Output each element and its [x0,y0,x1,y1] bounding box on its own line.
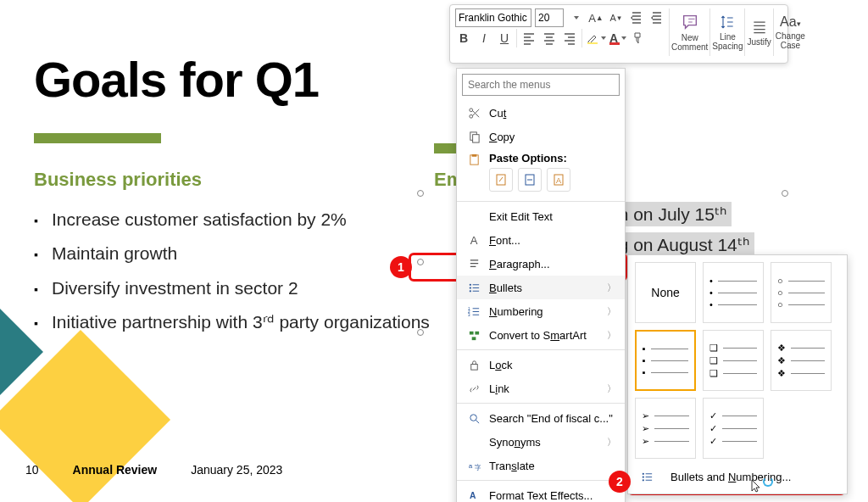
line-spacing-button[interactable]: Line Spacing [709,8,744,56]
shrink-font-button[interactable]: A▼ [608,8,625,27]
bullet-option-circle[interactable]: ○ ○ ○ [771,262,832,323]
menu-item-cut[interactable]: Cut [457,101,625,125]
highlight-color-button[interactable] [586,29,606,47]
page-number: 10 [25,463,39,477]
svg-point-12 [469,287,470,288]
decrease-indent-button[interactable] [628,8,645,27]
font-name-select[interactable] [455,8,531,27]
bullets-icon [638,471,655,483]
list-item[interactable]: Maintain growth [34,242,434,265]
selected-text-line[interactable]: ng on August 14ᵗʰ [604,232,754,257]
svg-rect-4 [472,134,479,142]
bullet-option-check[interactable]: ✓ ✓ ✓ [703,398,764,459]
footer-annual-review: Annual Review [73,463,158,477]
list-item[interactable]: Diversify investment in sector 2 [34,276,434,300]
tutorial-badge-1: 1 [390,256,412,278]
mini-toolbar: A▲ A▼ B I U A New Comment [449,4,788,64]
bullet-option-square-filled[interactable]: ▪ ▪ ▪ [635,330,696,391]
tutorial-badge-2: 2 [609,471,631,493]
bullets-gallery: None • • • ○ ○ ○ ▪ ▪ ▪ ❑ ❑ ❑ ❖ ❖ ❖ ➢ [627,254,848,494]
font-color-button[interactable]: A [609,29,626,47]
menu-item-copy[interactable]: Copy [457,125,625,148]
justify-button[interactable]: Justify [744,8,772,56]
selection-handle[interactable] [417,329,424,336]
svg-point-13 [469,290,470,292]
svg-text:A: A [556,176,561,185]
menu-item-paragraph[interactable]: Paragraph... [457,252,625,276]
list-item[interactable]: Initiative partnership with 3ʳᵈ party or… [34,310,434,334]
bullet-option-diamond[interactable]: ❖ ❖ ❖ [771,330,832,391]
italic-button[interactable]: I [476,29,492,47]
menu-item-font[interactable]: AFont... [457,228,625,252]
bullets-icon [465,282,482,294]
bullet-option-disc[interactable]: • • • [703,262,764,323]
selection-handle[interactable] [417,190,424,197]
selection-handle[interactable] [782,190,788,197]
chevron-right-icon: 〉 [607,329,616,342]
footer-date: January 25, 2023 [191,463,282,477]
bullet-option-arrow[interactable]: ➢ ➢ ➢ [635,398,696,459]
chevron-right-icon: 〉 [607,305,616,318]
grow-font-button[interactable]: A▲ [587,8,604,27]
svg-rect-0 [587,42,598,44]
chevron-right-icon: 〉 [607,282,616,294]
svg-point-21 [470,414,476,421]
svg-text:3: 3 [468,313,470,317]
svg-point-1 [469,114,472,118]
underline-button[interactable]: U [496,29,513,47]
left-bullet-list[interactable]: Increase customer satisfaction by 2% Mai… [34,208,434,334]
left-column-heading: Business priorities [34,169,434,191]
svg-rect-6 [471,154,476,157]
font-size-select[interactable] [535,8,564,27]
paste-option-keep-source[interactable] [489,168,513,192]
paragraph-icon [465,258,482,271]
change-case-button[interactable]: Aa▾ Change Case [773,8,807,56]
align-right-button[interactable] [561,29,578,47]
menu-item-bullets[interactable]: Bullets 〉 [457,276,625,299]
svg-point-29 [642,479,643,481]
bullets-and-numbering-button[interactable]: Bullets and Numbering... [635,466,840,487]
bold-button[interactable]: B [455,29,472,47]
increase-indent-button[interactable] [648,8,665,27]
paste-option-text-only[interactable]: A [547,168,570,192]
svg-point-2 [469,108,472,111]
align-left-button[interactable] [520,29,537,47]
link-icon [465,382,482,395]
text-effects-icon: A [465,489,482,502]
bullet-option-none[interactable]: None [635,262,696,323]
new-comment-button[interactable]: New Comment [669,8,709,56]
menu-item-search[interactable]: Search "End of fiscal c..." [457,406,625,430]
svg-rect-19 [471,337,476,340]
chevron-right-icon: 〉 [607,382,616,395]
menu-item-exit-edit-text[interactable]: Exit Edit Text [457,204,625,228]
paste-option-merge[interactable] [518,168,542,192]
svg-text:字: 字 [474,463,481,471]
selection-handle[interactable] [417,259,424,265]
menu-item-link[interactable]: Link〉 [457,376,625,400]
svg-text:a: a [468,462,472,470]
font-icon: A [465,234,482,247]
numbering-icon: 123 [465,305,482,318]
menu-item-convert-smartart[interactable]: Convert to SmartArt 〉 [457,323,625,347]
lock-icon [465,359,482,371]
chevron-right-icon: 〉 [607,436,616,449]
context-menu: Cut Copy Paste Options: A Exit Edit Text… [456,68,626,502]
smartart-icon [465,329,482,342]
align-center-button[interactable] [541,29,558,47]
svg-text:A: A [469,491,476,500]
scissors-icon [465,107,482,120]
menu-item-synonyms[interactable]: Synonyms〉 [457,430,625,454]
list-item[interactable]: Increase customer satisfaction by 2% [34,208,434,231]
bullet-option-square-hollow[interactable]: ❑ ❑ ❑ [703,330,764,391]
menu-search-input[interactable] [462,74,620,96]
format-painter-button[interactable] [630,29,647,47]
clipboard-icon [465,153,482,166]
font-size-dropdown[interactable] [567,8,584,27]
menu-item-lock[interactable]: Lock [457,353,625,376]
svg-rect-20 [470,364,477,370]
loading-spinner-icon [763,477,773,487]
menu-item-format-text-effects[interactable]: AFormat Text Effects... [457,483,625,502]
copy-icon [465,131,482,143]
menu-item-numbering[interactable]: 123 Numbering 〉 [457,299,625,323]
menu-item-translate[interactable]: a字Translate [457,454,625,477]
